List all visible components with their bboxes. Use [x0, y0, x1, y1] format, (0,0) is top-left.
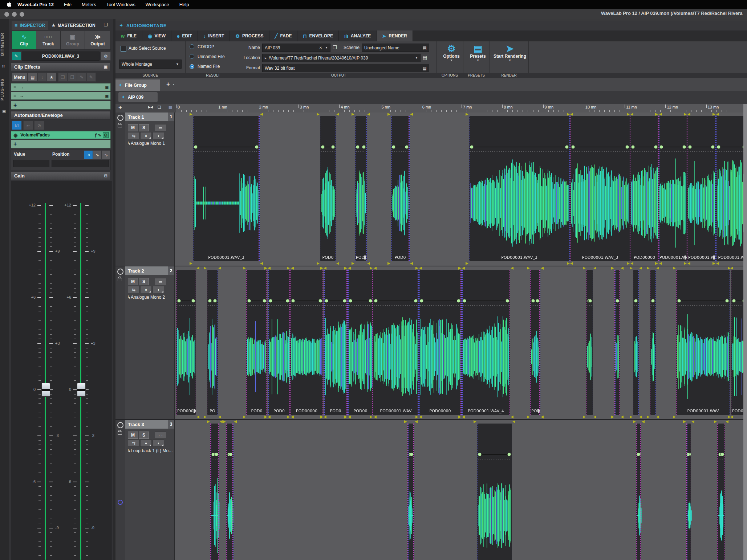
vertical-scrollbar[interactable]: [743, 104, 747, 560]
format-input[interactable]: Wav 32 bit float ▤: [262, 64, 429, 72]
slot-box-icon[interactable]: ▣: [105, 85, 109, 89]
radio-named-file[interactable]: [190, 64, 194, 69]
add-tab-button[interactable]: +: [166, 81, 170, 88]
window-minimize-button[interactable]: [12, 12, 17, 17]
scheme-page-icon[interactable]: ▤: [423, 45, 427, 50]
lock-icon[interactable]: [118, 432, 122, 435]
tab-file-group[interactable]: ✦ File Group: [115, 79, 160, 91]
ribbon-tab-file[interactable]: wFILE: [115, 30, 142, 41]
track-routing-icon[interactable]: ▭: [155, 124, 166, 131]
location-input[interactable]: ▸ /Volumes/T7 Red/Rachel Rivera/20240610…: [262, 54, 421, 62]
fader-handle[interactable]: [41, 383, 50, 397]
fader-handle[interactable]: [77, 383, 86, 397]
track-select-ring[interactable]: [117, 269, 123, 275]
ribbon-tab-envelope[interactable]: ⊓ENVELOPE: [297, 30, 339, 41]
track-shuffle-icon[interactable]: ⇆: [128, 132, 139, 139]
clip-selector-dropdown[interactable]: POD00001.WAV_3: [22, 52, 100, 61]
location-folder-icon[interactable]: ▤: [423, 55, 427, 60]
menu-item-help[interactable]: Help: [179, 2, 189, 7]
ribbon-tab-insert[interactable]: ↓INSERT: [198, 30, 230, 41]
montage-panel-tab[interactable]: AUDIOMONTAGE: [126, 23, 167, 28]
chevron-down-icon[interactable]: ▾: [173, 83, 174, 86]
track-monitor-icon[interactable]: ◖: [153, 286, 164, 293]
ruler-settings-icon[interactable]: ▥: [169, 105, 172, 110]
start-rendering-button[interactable]: ➤ Start Rendering ▾: [492, 44, 528, 62]
track-shuffle-icon[interactable]: ⇆: [128, 286, 139, 293]
source-mode-dropdown[interactable]: Whole Montage ▼: [119, 60, 182, 69]
snap-button[interactable]: ⇥: [84, 150, 93, 159]
reset-envelope-button[interactable]: ⇤: [23, 121, 33, 130]
panel-layout-icon[interactable]: ❏: [104, 22, 108, 27]
rename-icon[interactable]: ✎: [77, 73, 86, 82]
name-input[interactable]: AIP 039 ✕ ▼: [262, 44, 330, 52]
track-monitor-icon[interactable]: ◖: [153, 132, 164, 139]
ribbon-tab-fade[interactable]: ╱FADE: [269, 30, 298, 41]
effect-slot[interactable]: ≡ → ▣: [11, 83, 111, 91]
prev-point-button[interactable]: ∿: [93, 150, 102, 159]
pin-panel-icon[interactable]: ▣: [104, 65, 107, 69]
add-effect-button[interactable]: +: [11, 101, 111, 110]
track-solo-button[interactable]: S: [139, 124, 149, 131]
tab-inspector[interactable]: ≡ INSPECTOR: [12, 21, 48, 30]
track-mute-button[interactable]: M: [128, 432, 138, 439]
track-mute-button[interactable]: M: [128, 124, 138, 131]
track-shuffle-icon[interactable]: ⇆: [128, 440, 139, 447]
options-button[interactable]: ⚙ Options ▾: [439, 44, 464, 62]
value-input[interactable]: [13, 160, 49, 167]
power-icon[interactable]: ⊙: [103, 132, 109, 138]
window-close-button[interactable]: [4, 12, 9, 17]
track-title[interactable]: Track 11: [125, 113, 174, 121]
collapse-icon[interactable]: ⊟: [104, 173, 107, 178]
apple-menu-icon[interactable]: [7, 1, 12, 8]
track-monitor-icon[interactable]: ◖: [153, 440, 164, 447]
radio-unnamed-file[interactable]: [190, 54, 194, 59]
menu-item-meters[interactable]: Meters: [82, 2, 96, 7]
menu-item-tool-windows[interactable]: Tool Windows: [106, 2, 135, 7]
presets-button[interactable]: ▤ Presets ▾: [465, 44, 491, 62]
eye-icon[interactable]: ◉: [13, 132, 17, 138]
lock-icon[interactable]: [118, 124, 122, 127]
effect-slot[interactable]: ≡ → ▣: [11, 92, 111, 100]
clear-icon[interactable]: ✕: [319, 46, 322, 50]
marker-pair-icon[interactable]: ▶◀: [148, 105, 153, 109]
tab-aip-039[interactable]: ✦ AIP 039: [118, 92, 158, 102]
track-title[interactable]: Track 33: [125, 420, 174, 429]
mode-button-output[interactable]: ≫ Output: [85, 31, 111, 50]
copy-icon[interactable]: ❐: [58, 73, 68, 82]
track-select-ring[interactable]: [117, 422, 123, 428]
mode-button-track[interactable]: □□□ Track: [36, 31, 61, 50]
clip-settings-button[interactable]: ⚙: [101, 52, 111, 61]
clip-effects-menu-button[interactable]: Menu: [12, 73, 28, 82]
open-preset-icon[interactable]: ▤: [28, 73, 37, 82]
menu-item-file[interactable]: File: [64, 2, 72, 7]
ribbon-tab-edit[interactable]: eEDIT: [171, 30, 198, 41]
wave-curve-icon[interactable]: ∿: [98, 132, 101, 138]
fx-curve-icon[interactable]: ƒ: [94, 132, 97, 138]
mode-button-clip[interactable]: ∿ Clip: [12, 31, 36, 50]
track-title[interactable]: Track 22: [125, 266, 174, 275]
fader-track[interactable]: [80, 203, 81, 560]
save-preset-icon[interactable]: ↓: [37, 73, 47, 82]
paste-icon[interactable]: ❐: [68, 73, 77, 82]
ribbon-tab-render[interactable]: ➤RENDER: [377, 30, 413, 41]
window-zoom-button[interactable]: [20, 12, 24, 17]
track-solo-button[interactable]: S: [139, 278, 149, 285]
lock-icon[interactable]: [118, 278, 122, 281]
add-envelope-button[interactable]: +: [11, 140, 111, 148]
edit-preset-icon[interactable]: ✎: [86, 73, 96, 82]
menu-item-workspace[interactable]: Workspace: [146, 2, 169, 7]
track-routing-icon[interactable]: ▭: [155, 432, 166, 439]
clip-pick-button[interactable]: ✎: [12, 52, 21, 61]
track-record-icon[interactable]: ●: [140, 132, 152, 139]
envelope-select-button[interactable]: ☑: [12, 121, 22, 130]
envelope-row-volume-fades[interactable]: ◉ Volume/Fades ƒ ∿ ⊙: [11, 131, 111, 139]
scheme-input[interactable]: Unchanged Name ▤: [362, 44, 429, 52]
position-input[interactable]: [52, 160, 109, 167]
format-page-icon[interactable]: ▤: [423, 66, 427, 71]
time-ruler[interactable]: 01 mn2 mn3 mn4 mn5 mn6 mn7 mn8 mn9 mn10 …: [176, 104, 747, 113]
track-solo-button[interactable]: S: [139, 432, 149, 439]
track-2-clips-canvas[interactable]: [176, 266, 747, 419]
slot-box-icon[interactable]: ▣: [105, 94, 109, 98]
auto-select-source-checkbox[interactable]: [121, 46, 126, 52]
track-mute-button[interactable]: M: [128, 278, 138, 285]
